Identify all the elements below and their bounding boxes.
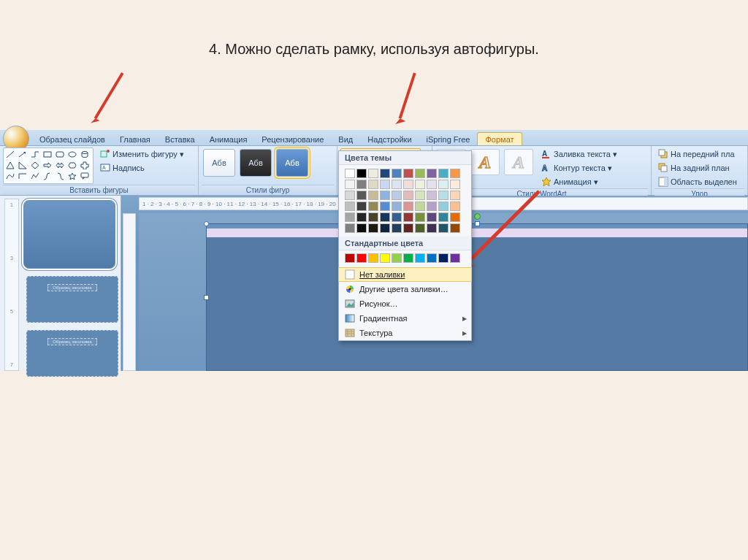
theme-color-swatch[interactable] (345, 191, 355, 200)
theme-color-swatch[interactable] (368, 212, 378, 222)
standard-color-swatch[interactable] (438, 253, 449, 263)
theme-color-swatch[interactable] (450, 169, 460, 178)
theme-color-swatch[interactable] (438, 191, 449, 200)
tab-animation[interactable]: Анимация (202, 133, 255, 145)
theme-color-swatch[interactable] (380, 212, 390, 222)
theme-color-swatch[interactable] (438, 223, 449, 233)
theme-color-swatch[interactable] (380, 191, 390, 200)
shape-curve-icon[interactable] (5, 172, 16, 181)
shape-rtriangle-icon[interactable] (18, 161, 28, 170)
theme-color-swatch[interactable] (368, 191, 378, 200)
theme-color-swatch[interactable] (403, 212, 413, 222)
theme-color-swatch[interactable] (403, 223, 413, 233)
theme-color-swatch[interactable] (380, 180, 390, 189)
slide-thumbnail-layout-1[interactable]: Образец заголовка (26, 276, 118, 323)
style-swatch-1[interactable]: Абв (203, 149, 235, 177)
text-animation-button[interactable]: Анимация▾ (538, 175, 621, 188)
theme-color-swatch[interactable] (427, 191, 437, 200)
theme-color-swatch[interactable] (380, 223, 390, 233)
theme-color-swatch[interactable] (415, 212, 425, 222)
shape-doublearrow-icon[interactable] (55, 161, 66, 170)
standard-color-swatch[interactable] (392, 253, 402, 263)
theme-color-swatch[interactable] (368, 223, 378, 233)
standard-color-swatch[interactable] (380, 253, 390, 263)
shape-callout-icon[interactable] (80, 172, 91, 181)
theme-color-swatch[interactable] (427, 212, 437, 222)
theme-color-swatch[interactable] (380, 169, 390, 178)
shape-brace2-icon[interactable] (55, 172, 66, 181)
slide-thumbnail-master[interactable] (23, 200, 115, 269)
theme-color-swatch[interactable] (368, 180, 378, 189)
theme-color-swatch[interactable] (450, 223, 460, 233)
theme-color-swatch[interactable] (450, 191, 460, 200)
theme-color-swatch[interactable] (427, 202, 437, 211)
tab-home[interactable]: Главная (112, 133, 158, 145)
theme-color-swatch[interactable] (392, 191, 402, 200)
tab-review[interactable]: Рецензирование (254, 133, 331, 145)
dd-more-colors[interactable]: Другие цвета заливки… (339, 282, 471, 296)
theme-color-swatch[interactable] (438, 169, 449, 178)
bring-front-button[interactable]: На передний пла (654, 147, 741, 161)
shapes-gallery[interactable] (3, 147, 94, 184)
theme-color-swatch[interactable] (356, 191, 367, 200)
theme-color-swatch[interactable] (450, 202, 460, 211)
send-back-button[interactable]: На задний план (654, 161, 741, 174)
shape-brace-icon[interactable] (42, 172, 53, 181)
theme-color-swatch[interactable] (345, 180, 355, 189)
wordart-style-3[interactable]: A (504, 149, 533, 175)
theme-color-swatch[interactable] (427, 169, 437, 178)
shape-plus-icon[interactable] (80, 161, 91, 170)
textbox-button[interactable]: A Надпись (96, 161, 188, 174)
shape-freeform-icon[interactable] (30, 172, 41, 181)
theme-color-swatch[interactable] (415, 180, 425, 189)
theme-color-swatch[interactable] (438, 212, 449, 222)
theme-color-swatch[interactable] (415, 202, 425, 211)
theme-color-swatch[interactable] (356, 212, 367, 222)
shape-triangle-icon[interactable] (5, 161, 16, 170)
theme-color-swatch[interactable] (427, 180, 437, 189)
shape-arrowblock-icon[interactable] (42, 161, 53, 170)
selection-pane-button[interactable]: Область выделен (654, 175, 741, 188)
shape-elbow-icon[interactable] (18, 172, 28, 181)
theme-color-swatch[interactable] (392, 212, 402, 222)
theme-color-swatch[interactable] (427, 223, 437, 233)
theme-color-swatch[interactable] (356, 169, 367, 178)
shape-hexagon-icon[interactable] (67, 161, 78, 170)
shape-diamond-icon[interactable] (30, 161, 41, 170)
slide-thumbnail-layout-2[interactable]: Образец заголовка (26, 330, 118, 377)
theme-color-swatch[interactable] (345, 169, 355, 178)
theme-color-swatch[interactable] (356, 180, 367, 189)
text-fill-button[interactable]: A Заливка текста▾ (538, 147, 621, 161)
style-swatch-2[interactable]: Абв (240, 149, 272, 177)
shape-ellipse-icon[interactable] (67, 150, 78, 159)
text-outline-button[interactable]: A Контур текста▾ (538, 161, 621, 174)
theme-color-swatch[interactable] (415, 223, 425, 233)
theme-color-swatch[interactable] (392, 202, 402, 211)
tab-slide-master[interactable]: Образец слайдов (32, 133, 112, 145)
theme-color-swatch[interactable] (345, 212, 355, 222)
theme-color-swatch[interactable] (403, 180, 413, 189)
theme-color-swatch[interactable] (392, 169, 402, 178)
theme-color-swatch[interactable] (403, 169, 413, 178)
shape-connector-icon[interactable] (30, 150, 41, 159)
theme-color-swatch[interactable] (392, 223, 402, 233)
resize-handle-nw[interactable] (204, 221, 209, 226)
shape-line-icon[interactable] (5, 150, 16, 159)
tab-format[interactable]: Формат (477, 132, 522, 145)
theme-color-swatch[interactable] (415, 169, 425, 178)
theme-color-swatch[interactable] (368, 202, 378, 211)
resize-handle-w[interactable] (204, 295, 209, 300)
theme-color-swatch[interactable] (368, 169, 378, 178)
style-swatch-3[interactable]: Абв (276, 149, 308, 177)
standard-color-swatch[interactable] (345, 253, 355, 263)
standard-color-swatch[interactable] (450, 253, 460, 263)
shape-arrow-icon[interactable] (18, 150, 28, 159)
tab-insert[interactable]: Вставка (158, 133, 202, 145)
standard-color-swatch[interactable] (415, 253, 425, 263)
standard-color-swatch[interactable] (403, 253, 413, 263)
theme-color-swatch[interactable] (380, 202, 390, 211)
theme-color-swatch[interactable] (450, 180, 460, 189)
tab-ispring[interactable]: iSpring Free (419, 133, 478, 145)
tab-addins[interactable]: Надстройки (360, 133, 419, 145)
dd-texture[interactable]: Текстура ▶ (339, 326, 471, 340)
